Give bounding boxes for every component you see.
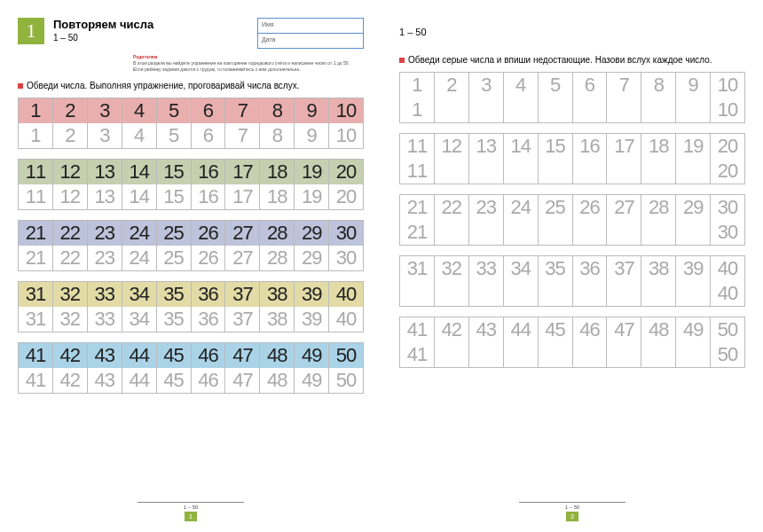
write-cell[interactable]: [504, 220, 539, 245]
trace-cell[interactable]: 11: [19, 184, 53, 209]
write-cell[interactable]: [400, 281, 435, 306]
write-cell[interactable]: [676, 220, 711, 245]
write-cell[interactable]: 20: [711, 159, 744, 184]
trace-cell[interactable]: 23: [88, 246, 122, 270]
write-cell[interactable]: [435, 98, 469, 122]
trace-cell[interactable]: 44: [122, 368, 157, 393]
write-cell[interactable]: 50: [711, 342, 744, 367]
write-cell[interactable]: [539, 159, 573, 184]
trace-cell[interactable]: 38: [260, 307, 295, 332]
trace-cell[interactable]: 2: [53, 123, 88, 148]
trace-cell[interactable]: 27: [225, 246, 260, 270]
write-cell[interactable]: [676, 281, 711, 306]
trace-cell[interactable]: 18: [260, 184, 295, 209]
write-cell[interactable]: 10: [711, 98, 744, 122]
trace-cell[interactable]: 49: [295, 368, 329, 393]
trace-cell[interactable]: 43: [88, 368, 122, 393]
trace-cell[interactable]: 9: [295, 123, 329, 148]
name-field-label[interactable]: Имя: [258, 19, 363, 34]
write-cell[interactable]: [573, 342, 608, 367]
write-cell[interactable]: [469, 98, 504, 122]
trace-cell[interactable]: 25: [157, 246, 192, 270]
write-cell[interactable]: [573, 281, 608, 306]
write-cell[interactable]: [504, 98, 539, 122]
write-cell[interactable]: [539, 342, 573, 367]
write-cell[interactable]: 30: [711, 220, 744, 245]
trace-cell[interactable]: 39: [295, 307, 329, 332]
trace-cell[interactable]: 41: [19, 368, 53, 393]
trace-cell[interactable]: 31: [19, 307, 53, 332]
write-cell[interactable]: [607, 342, 641, 367]
write-cell[interactable]: 21: [400, 220, 435, 245]
write-cell[interactable]: [573, 159, 608, 184]
date-field-label[interactable]: Дата: [258, 34, 363, 48]
trace-cell[interactable]: 35: [157, 307, 192, 332]
write-cell[interactable]: [504, 159, 539, 184]
trace-cell[interactable]: 46: [192, 368, 226, 393]
write-cell[interactable]: [607, 220, 641, 245]
write-cell[interactable]: [607, 281, 641, 306]
trace-cell[interactable]: 15: [157, 184, 192, 209]
write-cell[interactable]: [641, 342, 676, 367]
trace-cell[interactable]: 34: [122, 307, 157, 332]
write-cell[interactable]: [641, 159, 676, 184]
write-cell[interactable]: [573, 220, 608, 245]
write-cell[interactable]: [435, 159, 469, 184]
trace-cell[interactable]: 8: [260, 123, 295, 148]
write-cell[interactable]: 11: [400, 159, 435, 184]
write-cell[interactable]: [676, 342, 711, 367]
write-cell[interactable]: [573, 98, 608, 122]
write-cell[interactable]: [607, 98, 641, 122]
write-cell[interactable]: [435, 281, 469, 306]
trace-cell[interactable]: 47: [225, 368, 260, 393]
trace-cell[interactable]: 17: [225, 184, 260, 209]
write-cell[interactable]: [676, 159, 711, 184]
trace-cell[interactable]: 4: [122, 123, 157, 148]
trace-cell[interactable]: 29: [295, 246, 329, 270]
trace-cell[interactable]: 22: [53, 246, 88, 270]
trace-cell[interactable]: 19: [295, 184, 329, 209]
write-cell[interactable]: [435, 342, 469, 367]
write-cell[interactable]: [539, 98, 573, 122]
trace-cell[interactable]: 33: [88, 307, 122, 332]
write-cell[interactable]: [539, 220, 573, 245]
trace-cell[interactable]: 3: [88, 123, 122, 148]
write-cell[interactable]: [469, 159, 504, 184]
trace-cell[interactable]: 28: [260, 246, 295, 270]
trace-cell[interactable]: 40: [329, 307, 363, 332]
trace-cell[interactable]: 21: [19, 246, 53, 270]
trace-cell[interactable]: 12: [53, 184, 88, 209]
trace-cell[interactable]: 37: [225, 307, 260, 332]
write-cell[interactable]: [469, 342, 504, 367]
trace-cell[interactable]: 6: [192, 123, 226, 148]
trace-cell[interactable]: 32: [53, 307, 88, 332]
trace-cell[interactable]: 45: [157, 368, 192, 393]
trace-cell[interactable]: 50: [329, 368, 363, 393]
write-cell[interactable]: [469, 220, 504, 245]
write-cell[interactable]: [504, 281, 539, 306]
trace-cell[interactable]: 10: [329, 123, 363, 148]
write-cell[interactable]: [607, 159, 641, 184]
write-cell[interactable]: [676, 98, 711, 122]
write-cell[interactable]: 40: [711, 281, 744, 306]
trace-cell[interactable]: 13: [88, 184, 122, 209]
write-cell[interactable]: [504, 342, 539, 367]
trace-cell[interactable]: 20: [329, 184, 363, 209]
write-cell[interactable]: 41: [400, 342, 435, 367]
write-cell[interactable]: [641, 220, 676, 245]
trace-cell[interactable]: 24: [122, 246, 157, 270]
trace-cell[interactable]: 42: [53, 368, 88, 393]
write-cell[interactable]: [641, 281, 676, 306]
write-cell[interactable]: 1: [400, 98, 435, 122]
trace-cell[interactable]: 16: [192, 184, 226, 209]
write-cell[interactable]: [435, 220, 469, 245]
trace-cell[interactable]: 30: [329, 246, 363, 270]
trace-cell[interactable]: 14: [122, 184, 157, 209]
write-cell[interactable]: [469, 281, 504, 306]
trace-cell[interactable]: 48: [260, 368, 295, 393]
trace-cell[interactable]: 5: [157, 123, 192, 148]
write-cell[interactable]: [641, 98, 676, 122]
trace-cell[interactable]: 7: [225, 123, 260, 148]
trace-cell[interactable]: 36: [192, 307, 226, 332]
write-cell[interactable]: [539, 281, 573, 306]
